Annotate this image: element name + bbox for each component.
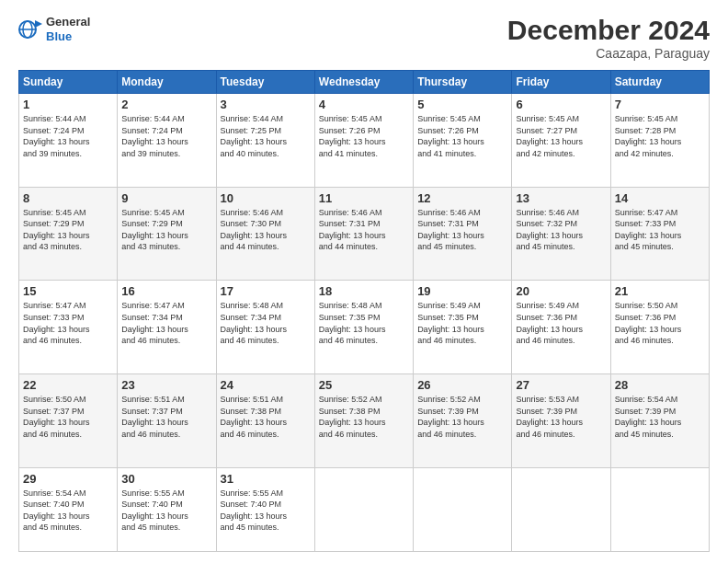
table-row: 26Sunrise: 5:52 AMSunset: 7:39 PMDayligh… bbox=[414, 373, 512, 467]
table-row: 28Sunrise: 5:54 AMSunset: 7:39 PMDayligh… bbox=[610, 373, 709, 467]
empty-cell bbox=[512, 467, 610, 551]
week-row-2: 8Sunrise: 5:45 AMSunset: 7:29 PMDaylight… bbox=[19, 187, 710, 281]
title-block: December 2024 Caazapa, Paraguay bbox=[507, 15, 710, 61]
table-row: 20Sunrise: 5:49 AMSunset: 7:36 PMDayligh… bbox=[512, 281, 610, 374]
table-row: 30Sunrise: 5:55 AMSunset: 7:40 PMDayligh… bbox=[118, 467, 216, 551]
col-tuesday: Tuesday bbox=[216, 71, 314, 94]
table-row: 13Sunrise: 5:46 AMSunset: 7:32 PMDayligh… bbox=[512, 187, 610, 281]
table-row: 17Sunrise: 5:48 AMSunset: 7:34 PMDayligh… bbox=[216, 281, 314, 374]
empty-cell bbox=[314, 467, 413, 551]
table-row: 22Sunrise: 5:50 AMSunset: 7:37 PMDayligh… bbox=[19, 373, 118, 467]
table-row: 14Sunrise: 5:47 AMSunset: 7:33 PMDayligh… bbox=[610, 187, 709, 281]
logo-globe-icon bbox=[18, 17, 44, 42]
logo: General Blue bbox=[18, 15, 90, 43]
table-row: 24Sunrise: 5:51 AMSunset: 7:38 PMDayligh… bbox=[216, 373, 314, 467]
table-row: 2Sunrise: 5:44 AMSunset: 7:24 PMDaylight… bbox=[118, 94, 216, 188]
table-row: 18Sunrise: 5:48 AMSunset: 7:35 PMDayligh… bbox=[314, 281, 413, 374]
table-row: 19Sunrise: 5:49 AMSunset: 7:35 PMDayligh… bbox=[414, 281, 512, 374]
table-row: 31Sunrise: 5:55 AMSunset: 7:40 PMDayligh… bbox=[216, 467, 314, 551]
empty-cell bbox=[414, 467, 512, 551]
col-thursday: Thursday bbox=[414, 71, 512, 94]
table-row: 16Sunrise: 5:47 AMSunset: 7:34 PMDayligh… bbox=[118, 281, 216, 374]
page: General Blue December 2024 Caazapa, Para… bbox=[0, 0, 728, 563]
table-row: 25Sunrise: 5:52 AMSunset: 7:38 PMDayligh… bbox=[314, 373, 413, 467]
table-row: 3Sunrise: 5:44 AMSunset: 7:25 PMDaylight… bbox=[216, 94, 314, 188]
week-row-1: 1Sunrise: 5:44 AMSunset: 7:24 PMDaylight… bbox=[19, 94, 710, 188]
table-row: 7Sunrise: 5:45 AMSunset: 7:28 PMDaylight… bbox=[610, 94, 709, 188]
table-row: 10Sunrise: 5:46 AMSunset: 7:30 PMDayligh… bbox=[216, 187, 314, 281]
table-row: 11Sunrise: 5:46 AMSunset: 7:31 PMDayligh… bbox=[314, 187, 413, 281]
col-sunday: Sunday bbox=[19, 71, 118, 94]
location: Caazapa, Paraguay bbox=[507, 46, 710, 61]
col-wednesday: Wednesday bbox=[314, 71, 413, 94]
empty-cell bbox=[610, 467, 709, 551]
col-monday: Monday bbox=[118, 71, 216, 94]
table-row: 1Sunrise: 5:44 AMSunset: 7:24 PMDaylight… bbox=[19, 94, 118, 188]
table-row: 9Sunrise: 5:45 AMSunset: 7:29 PMDaylight… bbox=[118, 187, 216, 281]
table-row: 21Sunrise: 5:50 AMSunset: 7:36 PMDayligh… bbox=[610, 281, 709, 374]
table-row: 8Sunrise: 5:45 AMSunset: 7:29 PMDaylight… bbox=[19, 187, 118, 281]
table-row: 12Sunrise: 5:46 AMSunset: 7:31 PMDayligh… bbox=[414, 187, 512, 281]
table-row: 5Sunrise: 5:45 AMSunset: 7:26 PMDaylight… bbox=[414, 94, 512, 188]
svg-marker-3 bbox=[35, 20, 42, 28]
calendar-table: Sunday Monday Tuesday Wednesday Thursday… bbox=[18, 70, 710, 552]
week-row-3: 15Sunrise: 5:47 AMSunset: 7:33 PMDayligh… bbox=[19, 281, 710, 374]
month-title: December 2024 bbox=[507, 15, 710, 46]
table-row: 6Sunrise: 5:45 AMSunset: 7:27 PMDaylight… bbox=[512, 94, 610, 188]
table-row: 27Sunrise: 5:53 AMSunset: 7:39 PMDayligh… bbox=[512, 373, 610, 467]
header: General Blue December 2024 Caazapa, Para… bbox=[18, 15, 710, 61]
col-saturday: Saturday bbox=[610, 71, 709, 94]
calendar-header-row: Sunday Monday Tuesday Wednesday Thursday… bbox=[19, 71, 710, 94]
table-row: 15Sunrise: 5:47 AMSunset: 7:33 PMDayligh… bbox=[19, 281, 118, 374]
table-row: 4Sunrise: 5:45 AMSunset: 7:26 PMDaylight… bbox=[314, 94, 413, 188]
week-row-4: 22Sunrise: 5:50 AMSunset: 7:37 PMDayligh… bbox=[19, 373, 710, 467]
col-friday: Friday bbox=[512, 71, 610, 94]
table-row: 29Sunrise: 5:54 AMSunset: 7:40 PMDayligh… bbox=[19, 467, 118, 551]
table-row: 23Sunrise: 5:51 AMSunset: 7:37 PMDayligh… bbox=[118, 373, 216, 467]
week-row-5: 29Sunrise: 5:54 AMSunset: 7:40 PMDayligh… bbox=[19, 467, 710, 551]
